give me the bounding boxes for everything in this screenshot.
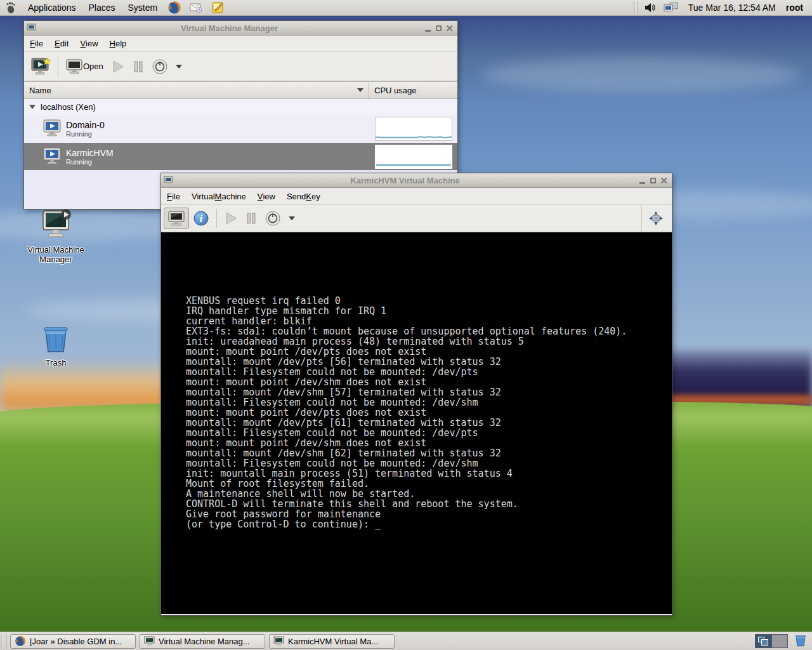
window-icon xyxy=(144,636,155,646)
trash-desktop-icon-image xyxy=(41,324,70,354)
desktop-icon-trash[interactable]: Trash xyxy=(18,324,94,368)
pause-button-disabled[interactable] xyxy=(129,57,148,76)
vm-status: Running xyxy=(66,158,369,166)
fullscreen-button[interactable] xyxy=(641,205,669,232)
vmm-menu-help[interactable]: Help xyxy=(104,39,133,48)
vmm-titlebar[interactable]: Virtual Machine Manager ✕ xyxy=(24,21,457,36)
vm-name: Domain-0 xyxy=(66,120,369,130)
vm-row-domain0[interactable]: Domain-0 Running xyxy=(24,115,457,143)
run-button-disabled[interactable] xyxy=(107,56,129,77)
cpu-sparkline xyxy=(375,117,452,141)
desktop: Applications Places System Tue Mar 16, 1… xyxy=(0,0,812,650)
vm-toolbar: i xyxy=(161,205,672,232)
menu-system[interactable]: System xyxy=(122,0,164,16)
desktop-icon-label: Trash xyxy=(18,358,94,368)
svg-text:i: i xyxy=(200,213,203,224)
workspace-switcher[interactable] xyxy=(755,634,788,648)
minimize-button[interactable] xyxy=(637,175,648,186)
window-icon xyxy=(273,636,284,646)
vmm-desktop-icon-image xyxy=(39,209,72,241)
minimize-button[interactable] xyxy=(422,23,433,34)
console-view-button[interactable] xyxy=(164,208,189,229)
vm-row-karmichvm[interactable]: KarmicHVM Running xyxy=(24,143,457,170)
bottom-panel: [Joar » Disable GDM in... Virtual Machin… xyxy=(0,632,812,650)
host-row-localhost[interactable]: localhost (Xen) xyxy=(24,99,457,115)
menu-applications[interactable]: Applications xyxy=(22,0,82,16)
vm-name: KarmicHVM xyxy=(66,148,369,158)
shutdown-menu-caret[interactable] xyxy=(289,216,295,220)
vm-titlebar[interactable]: KarmicHVM Virtual Machine ✕ xyxy=(161,173,672,188)
maximize-button[interactable] xyxy=(433,23,444,34)
maximize-button[interactable] xyxy=(648,175,658,186)
column-header-name[interactable]: Name xyxy=(24,82,369,98)
cpu-sparkline xyxy=(375,145,452,169)
open-button[interactable]: Open xyxy=(62,56,107,77)
shutdown-menu-caret[interactable] xyxy=(176,65,182,69)
workspace-1[interactable] xyxy=(756,635,771,647)
panel-handle[interactable] xyxy=(632,1,638,14)
guest-console-screen[interactable]: XENBUS request irq failed 0 IRQ handler … xyxy=(161,232,672,614)
sort-descending-icon xyxy=(357,88,363,92)
trash-applet-icon[interactable] xyxy=(794,633,807,649)
desktop-icon-vmm[interactable]: Virtual Machine Manager xyxy=(18,209,94,264)
open-button-label: Open xyxy=(83,62,103,71)
vmm-menu-edit[interactable]: Edit xyxy=(49,39,74,48)
vm-status: Running xyxy=(66,130,369,138)
vm-console-window: KarmicHVM Virtual Machine ✕ File Virtual… xyxy=(160,173,672,616)
taskbar-button-firefox[interactable]: [Joar » Disable GDM in... xyxy=(10,634,136,649)
panel-handle[interactable] xyxy=(1,633,7,649)
pause-button-disabled[interactable] xyxy=(242,209,261,228)
network-monitors-icon[interactable] xyxy=(664,0,679,15)
vm-menubar: File Virtual Machine View Send Key xyxy=(161,188,672,205)
top-panel: Applications Places System Tue Mar 16, 1… xyxy=(0,0,812,16)
vmm-window-title: Virtual Machine Manager xyxy=(36,23,422,33)
firefox-icon xyxy=(15,635,26,647)
shutdown-button[interactable] xyxy=(148,56,172,77)
vm-table-header: Name CPU usage xyxy=(24,81,457,99)
vm-menu-file[interactable]: File xyxy=(161,192,186,201)
menu-places[interactable]: Places xyxy=(82,0,122,16)
details-info-button[interactable]: i xyxy=(189,208,213,229)
run-button-disabled[interactable] xyxy=(220,208,242,229)
text-editor-launcher-icon[interactable] xyxy=(210,0,225,15)
host-label: localhost (Xen) xyxy=(41,102,96,112)
taskbar-button-karmichvm[interactable]: KarmicHVM Virtual Ma... xyxy=(269,634,395,649)
vmm-toolbar: Open xyxy=(24,52,457,81)
workspace-2[interactable] xyxy=(771,635,787,647)
user-indicator[interactable]: root xyxy=(782,3,812,13)
console-output: XENBUS request irq failed 0 IRQ handler … xyxy=(186,296,627,529)
close-button[interactable]: ✕ xyxy=(658,175,669,186)
desktop-icon-label: Virtual Machine Manager xyxy=(18,245,94,264)
email-launcher-icon[interactable] xyxy=(188,0,204,15)
expander-icon[interactable] xyxy=(29,105,36,109)
vm-menu-virtual-machine[interactable]: Virtual Machine xyxy=(186,192,252,201)
taskbar-button-vmm[interactable]: Virtual Machine Manag... xyxy=(140,634,265,649)
vm-menu-view[interactable]: View xyxy=(252,192,281,201)
vmm-menubar: File Edit View Help xyxy=(24,36,457,52)
vmm-window-icon xyxy=(27,23,36,32)
vm-menu-send-key[interactable]: Send Key xyxy=(281,192,326,201)
vmm-menu-view[interactable]: View xyxy=(74,39,103,48)
volume-icon[interactable] xyxy=(642,0,657,15)
clock[interactable]: Tue Mar 16, 12:54 AM xyxy=(682,3,782,13)
close-button[interactable]: ✕ xyxy=(444,23,455,34)
vm-window-title: KarmicHVM Virtual Machine xyxy=(173,176,637,185)
shutdown-button[interactable] xyxy=(261,208,285,229)
gnome-foot-icon[interactable] xyxy=(3,0,18,15)
new-vm-button[interactable] xyxy=(27,55,55,79)
column-header-cpu[interactable]: CPU usage xyxy=(369,82,457,98)
firefox-launcher-icon[interactable] xyxy=(167,0,182,15)
vm-icon xyxy=(24,147,66,166)
vmm-menu-file[interactable]: File xyxy=(24,39,49,48)
vm-window-icon xyxy=(164,176,173,185)
vm-icon xyxy=(24,119,66,138)
